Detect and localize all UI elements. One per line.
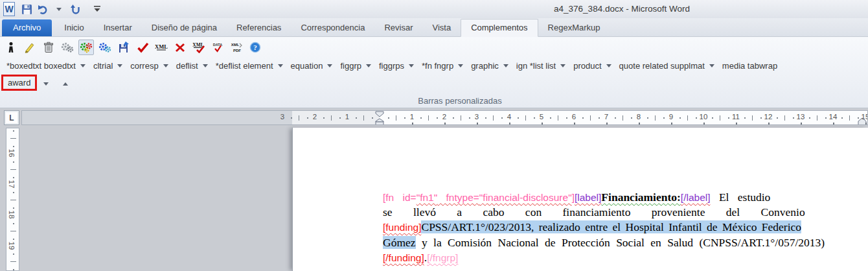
award-row: award: [1, 74, 71, 91]
gears-gray-icon[interactable]: [60, 40, 75, 55]
menu-product[interactable]: product: [569, 59, 615, 73]
tab-diseno-de-pagina[interactable]: Diseño de página: [142, 19, 227, 36]
tab-vista[interactable]: Vista: [422, 19, 461, 36]
tab-complementos[interactable]: Complementos: [461, 19, 538, 37]
qat-redo-icon[interactable]: [68, 2, 82, 16]
ruler-tick: [13, 239, 14, 240]
xml-pdf-icon[interactable]: XMLPDF: [229, 40, 244, 55]
ruler-number: 13: [794, 113, 807, 121]
menu-corresp[interactable]: corresp: [126, 59, 172, 73]
tab-inicio[interactable]: Inicio: [54, 19, 93, 36]
menu-boxedtxt-boxedtxt[interactable]: *boxedtxt boxedtxt: [3, 59, 89, 73]
ruler-tick: [469, 117, 470, 119]
ruler-margin-area: [292, 111, 380, 125]
tab-insertar[interactable]: Insertar: [94, 19, 142, 36]
tab-stop-selector[interactable]: L: [4, 110, 19, 125]
menu-label: corresp: [130, 61, 158, 71]
ruler-tick: [622, 115, 623, 121]
chevron-down-icon: [163, 64, 168, 67]
tab-regexmarkup[interactable]: RegexMarkup: [538, 19, 610, 36]
menu-cltrial[interactable]: cltrial: [89, 59, 126, 73]
ruler-tick: [566, 117, 567, 119]
doc-line-5: [/funding].[/fngrp]: [383, 250, 866, 265]
document-workspace: L 321123456789101112131415 16171819 [fn …: [0, 108, 868, 271]
gears-colored-icon[interactable]: [78, 40, 94, 55]
ruler-tick: [728, 117, 729, 119]
ruler-tab-mark: [801, 123, 802, 124]
doc-body-text: y la Comisión Nacional de Protección Soc…: [416, 236, 825, 249]
menu-deflist-element[interactable]: *deflist element: [212, 59, 287, 73]
ruler-tick: [404, 117, 405, 119]
person-icon[interactable]: [3, 40, 19, 55]
delete-x-icon[interactable]: [172, 40, 188, 55]
ruler-tick: [849, 115, 850, 121]
doc-attr-fntype-value: "financial-disclosure": [479, 192, 572, 203]
ruler-tick: [388, 117, 389, 119]
award-button[interactable]: award: [1, 75, 37, 91]
tab-archivo[interactable]: Archivo: [2, 19, 52, 36]
ruler-tick: [396, 115, 396, 121]
doc-line-3: [funding]CPSS/ART.1°/023/2013, realizado…: [383, 220, 866, 235]
document-page[interactable]: [fn id="fn1" fntype="financial-disclosur…: [292, 128, 868, 271]
ruler-tab-mark: [865, 123, 867, 124]
undo-dropdown-icon[interactable]: [52, 2, 66, 16]
gears-blue-icon[interactable]: [97, 40, 113, 55]
menu-figgrp[interactable]: figgrp: [336, 59, 375, 73]
ruler-tab-mark: [703, 123, 705, 124]
customize-quick-access-icon[interactable]: [90, 2, 104, 16]
menu-figgrps[interactable]: figgrps: [375, 59, 418, 73]
qat-save-icon[interactable]: [19, 2, 34, 16]
trash-icon[interactable]: [41, 40, 56, 55]
xml-check-icon[interactable]: XML: [191, 40, 207, 55]
tab-correspondencia[interactable]: Correspondencia: [291, 19, 374, 36]
ruler-tick: [307, 117, 308, 119]
menu-equation[interactable]: equation: [287, 59, 337, 73]
menu-graphic[interactable]: graphic: [467, 59, 512, 73]
menu-ign-list-list[interactable]: ign *list list: [512, 59, 569, 73]
save-xml-icon[interactable]: [116, 40, 131, 55]
chevron-down-icon: [117, 64, 122, 67]
word-app-icon[interactable]: W: [3, 2, 17, 16]
indent-markers-icon[interactable]: [375, 111, 385, 125]
ruler-tick: [680, 117, 681, 119]
addin-toolbar-icons: XMLXMLDATAXMLPDF?: [3, 40, 263, 55]
tab-referencias[interactable]: Referencias: [227, 19, 291, 36]
chevron-down-icon: [503, 64, 508, 67]
svg-text:PDF: PDF: [233, 49, 241, 53]
doc-attr-id-value: "fn1": [417, 192, 438, 203]
vertical-ruler[interactable]: 16171819: [6, 128, 19, 271]
window-title: a4_376_384.docx - Microsoft Word: [505, 0, 738, 18]
ribbon-group-label: Barras personalizadas: [52, 96, 868, 106]
ruler-tick: [461, 115, 461, 121]
chevron-down-icon: [43, 82, 49, 86]
ruler-tick: [13, 223, 14, 224]
doc-attr-id: id=: [394, 192, 416, 203]
ruler-tick: [13, 269, 14, 270]
award-dropdown-button[interactable]: [41, 74, 51, 91]
tab-revisar[interactable]: Revisar: [374, 19, 422, 36]
menu-media-tabwrap[interactable]: media tabwrap: [718, 59, 781, 73]
ruler-tick: [752, 115, 753, 121]
horizontal-ruler[interactable]: 321123456789101112131415: [21, 110, 868, 125]
ruler-tick: [437, 117, 438, 119]
doc-selected-text: Gómez: [383, 236, 416, 249]
menu-label: equation: [291, 61, 323, 71]
ruler-tick: [784, 115, 785, 121]
ruler-tick: [663, 117, 665, 119]
xml-icon[interactable]: XML: [154, 40, 169, 55]
ruler-tick: [363, 115, 364, 121]
ruler-tab-mark: [509, 123, 510, 124]
menu-fn-fngrp[interactable]: *fn fngrp: [418, 59, 467, 73]
menu-deflist[interactable]: deflist: [172, 59, 212, 73]
qat-undo-icon[interactable]: [36, 2, 50, 16]
check-red-icon[interactable]: [135, 40, 150, 55]
menu-quote-related-supplmat[interactable]: quote related supplmat: [615, 59, 718, 73]
collapse-button[interactable]: [60, 74, 71, 91]
ruler-number: 3: [470, 113, 483, 121]
menu-label: *deflist element: [216, 61, 273, 71]
ruler-offpage-area: [22, 111, 292, 125]
chevron-down-icon: [366, 64, 371, 67]
data-check-icon[interactable]: DATA: [210, 40, 225, 55]
help-icon[interactable]: ?: [247, 40, 263, 55]
pencil-icon[interactable]: [22, 40, 38, 55]
